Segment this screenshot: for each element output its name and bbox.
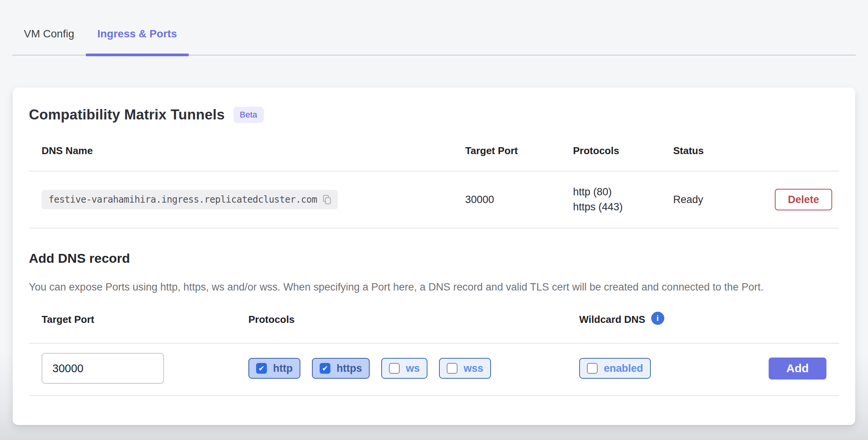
check-icon: ✔ bbox=[258, 365, 265, 372]
wildcard-dns-cell: ✔ enabled bbox=[566, 358, 745, 379]
column-header-target-port: Target Port bbox=[452, 144, 560, 157]
checkbox-icon: ✔ bbox=[320, 363, 330, 374]
column-header-status: Status bbox=[660, 144, 745, 157]
checkbox-icon: ✔ bbox=[389, 363, 400, 374]
target-port-input[interactable] bbox=[42, 353, 164, 384]
tunnels-card: Compatibility Matrix Tunnels Beta DNS Na… bbox=[13, 87, 855, 425]
tab-vm-config[interactable]: VM Config bbox=[12, 27, 86, 55]
protocol-checkbox-http[interactable]: ✔ http bbox=[248, 358, 300, 379]
label-spacer bbox=[745, 314, 839, 325]
info-icon[interactable]: i bbox=[651, 312, 664, 325]
protocol-checkbox-wss[interactable]: ✔ wss bbox=[439, 358, 491, 379]
add-button-cell: Add bbox=[745, 358, 839, 380]
copy-icon bbox=[322, 194, 332, 205]
form-controls-row: ✔ http ✔ https ✔ ws ✔ wss ✔ bbox=[29, 344, 839, 396]
target-port-field-cell bbox=[29, 353, 236, 384]
tab-bar: VM Config Ingress & Ports bbox=[12, 0, 856, 55]
card-header: Compatibility Matrix Tunnels Beta bbox=[29, 106, 839, 124]
checkbox-icon: ✔ bbox=[587, 363, 598, 374]
protocol-checkbox-label: https bbox=[337, 363, 362, 375]
card-title: Compatibility Matrix Tunnels bbox=[29, 106, 225, 124]
beta-badge: Beta bbox=[233, 107, 264, 123]
add-dns-record-description: You can expose Ports using http, https, … bbox=[29, 279, 836, 295]
checkbox-icon: ✔ bbox=[256, 363, 267, 374]
wildcard-checkbox-label: enabled bbox=[604, 363, 643, 375]
table-header-row: DNS Name Target Port Protocols Status bbox=[29, 135, 839, 171]
column-header-actions bbox=[745, 144, 839, 157]
protocol-checkbox-label: http bbox=[273, 363, 293, 375]
label-target-port: Target Port bbox=[29, 314, 236, 325]
form-labels-row: Target Port Protocols Wildcard DNS i bbox=[29, 306, 839, 344]
protocols-cell: http (80) https (443) bbox=[560, 185, 660, 215]
protocol-checkbox-ws[interactable]: ✔ ws bbox=[381, 358, 427, 379]
dns-name-value: festive-varahamihira.ingress.replicatedc… bbox=[49, 194, 317, 205]
tab-ingress-ports[interactable]: Ingress & Ports bbox=[86, 27, 189, 55]
check-icon: ✔ bbox=[322, 365, 328, 372]
status-cell: Ready bbox=[660, 194, 745, 206]
table-row: festive-varahamihira.ingress.replicatedc… bbox=[29, 171, 839, 228]
add-dns-record-title: Add DNS record bbox=[29, 250, 839, 266]
protocol-checkbox-label: ws bbox=[406, 363, 420, 375]
protocol-entry: https (443) bbox=[573, 200, 660, 215]
wildcard-dns-checkbox[interactable]: ✔ enabled bbox=[579, 358, 651, 379]
protocol-checkbox-label: wss bbox=[464, 363, 483, 375]
delete-button[interactable]: Delete bbox=[775, 189, 832, 210]
column-header-protocols: Protocols bbox=[560, 144, 660, 157]
protocol-checkbox-https[interactable]: ✔ https bbox=[312, 358, 370, 379]
protocol-entry: http (80) bbox=[573, 185, 660, 200]
actions-cell: Delete bbox=[745, 189, 839, 210]
label-wildcard-dns: Wildcard DNS i bbox=[566, 314, 745, 325]
checkbox-icon: ✔ bbox=[447, 363, 457, 374]
dns-name-pill: festive-varahamihira.ingress.replicatedc… bbox=[42, 190, 338, 209]
dns-name-cell: festive-varahamihira.ingress.replicatedc… bbox=[29, 190, 452, 209]
add-button[interactable]: Add bbox=[769, 358, 826, 380]
column-header-dns-name: DNS Name bbox=[29, 144, 452, 157]
protocol-checkboxes: ✔ http ✔ https ✔ ws ✔ wss bbox=[236, 358, 566, 379]
page: VM Config Ingress & Ports Compatibility … bbox=[0, 0, 868, 440]
target-port-cell: 30000 bbox=[452, 194, 560, 206]
copy-dns-button[interactable] bbox=[322, 194, 332, 205]
wildcard-dns-label-text: Wildcard DNS bbox=[579, 314, 645, 325]
label-protocols: Protocols bbox=[236, 314, 566, 325]
